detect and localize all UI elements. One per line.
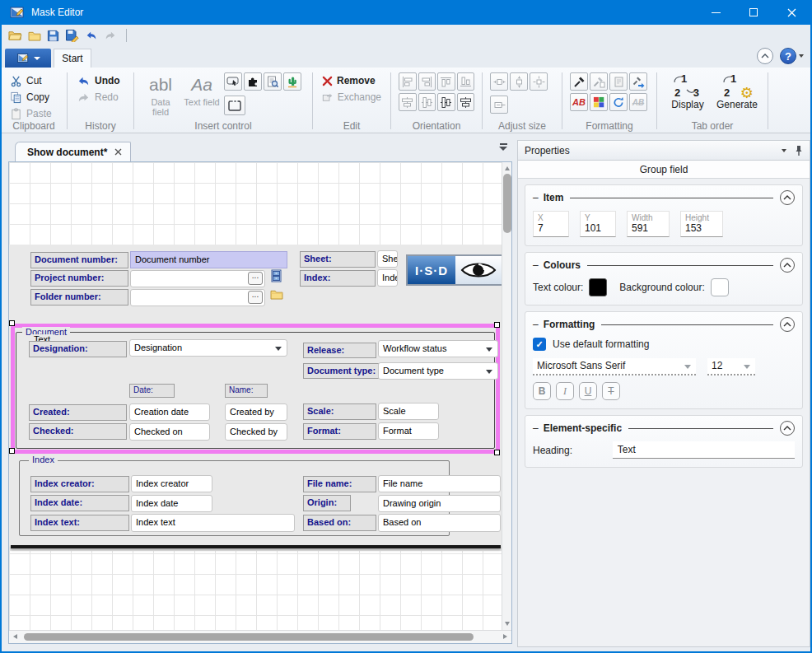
selection-handle[interactable] (494, 450, 500, 455)
index-creator-field[interactable]: Index creator (131, 475, 212, 492)
help-button[interactable]: ? (780, 48, 796, 64)
sheet-field[interactable]: Sheet (377, 250, 398, 268)
selection-handle[interactable] (494, 322, 500, 328)
refresh-formatting-button[interactable] (609, 93, 628, 111)
italic-button[interactable]: I (556, 382, 574, 400)
center-vertical-button[interactable] (418, 93, 436, 111)
font-family-select[interactable]: Microsoft Sans Serif (533, 358, 696, 375)
mask-editor-canvas[interactable]: Document number: Document number Project… (9, 162, 502, 630)
data-field-button[interactable]: abl Data field (142, 72, 180, 117)
folder-browse-button[interactable]: ... (248, 291, 263, 304)
document-type-label[interactable]: Document type: (303, 363, 379, 379)
middle-vertical-button[interactable] (437, 93, 455, 111)
apply-formatting-button[interactable] (629, 72, 647, 91)
minimize-button[interactable] (697, 0, 735, 25)
project-number-field[interactable] (130, 270, 265, 287)
checked-label[interactable]: Checked: (29, 423, 127, 440)
scroll-left-icon[interactable] (13, 634, 17, 639)
text-field-button[interactable]: Aa Text field (183, 72, 221, 117)
redo-small-icon[interactable] (104, 30, 117, 41)
format-field[interactable]: Format (378, 422, 439, 440)
center-horizontal-button[interactable] (399, 93, 417, 111)
vertical-scroll-thumb[interactable] (503, 174, 511, 233)
underline-button[interactable]: U (579, 382, 597, 400)
background-color-button[interactable] (590, 93, 608, 111)
index-field[interactable]: Index (377, 269, 398, 287)
copy-formatting-button[interactable] (590, 72, 608, 91)
designation-dropdown[interactable]: Designation (129, 339, 287, 357)
folder-number-field[interactable] (130, 289, 265, 306)
align-bottom-button[interactable] (457, 72, 475, 91)
text-colour-swatch[interactable] (589, 278, 607, 296)
tab-start[interactable]: Start (54, 49, 91, 68)
button-control-button[interactable] (224, 72, 242, 91)
collapse-ribbon-button[interactable] (757, 48, 773, 64)
designation-label[interactable]: Designation: (29, 341, 127, 357)
release-dropdown[interactable]: Workflow status (378, 340, 498, 357)
name-header-label[interactable]: Name: (225, 384, 268, 398)
background-colour-swatch[interactable] (711, 278, 729, 296)
scroll-down-icon[interactable] (505, 622, 510, 626)
heading-input[interactable]: Text (613, 441, 795, 459)
collapse-item-button[interactable] (780, 190, 795, 205)
created-label[interactable]: Created: (29, 404, 127, 421)
based-on-field[interactable]: Based on (378, 514, 501, 532)
sheet-label[interactable]: Sheet: (300, 251, 376, 268)
tab-list-menu-icon[interactable] (497, 143, 509, 153)
y-input[interactable]: Y 101 (580, 211, 616, 237)
display-tab-order-button[interactable]: 1 2 3 Display (665, 72, 711, 110)
file-menu-button[interactable] (5, 49, 51, 68)
vertical-scrollbar[interactable] (502, 162, 511, 630)
project-number-label[interactable]: Project number: (30, 270, 128, 287)
remove-button[interactable]: Remove (320, 72, 383, 89)
cut-button[interactable]: Cut (8, 72, 59, 89)
file-name-field[interactable]: File name (378, 475, 501, 492)
scale-label[interactable]: Scale: (303, 403, 376, 420)
format-painter-button[interactable] (570, 72, 588, 91)
reset-formatting-button[interactable]: AB (629, 93, 647, 111)
maximize-button[interactable] (735, 0, 772, 25)
scroll-right-icon[interactable] (503, 634, 507, 639)
selection-handle[interactable] (9, 448, 15, 454)
project-browse-button[interactable]: ... (248, 272, 263, 285)
new-folder-icon[interactable] (28, 30, 41, 41)
save-icon[interactable] (47, 30, 59, 42)
checked-by-field[interactable]: Checked by (225, 423, 287, 441)
index-creator-label[interactable]: Index creator: (30, 476, 129, 492)
bold-button[interactable]: B (533, 382, 551, 400)
paste-button[interactable]: Paste (8, 105, 59, 122)
font-size-select[interactable]: 12 (707, 358, 755, 375)
width-input[interactable]: Width 591 (627, 211, 670, 237)
font-color-button[interactable]: AB (570, 93, 588, 111)
tab-show-document[interactable]: Show document* (15, 142, 131, 161)
document-number-field[interactable]: Document number (130, 251, 287, 268)
height-input[interactable]: Height 153 (680, 211, 723, 237)
collapse-formatting-button[interactable] (780, 317, 795, 332)
redo-button[interactable]: Redo (75, 89, 126, 105)
align-right-button[interactable] (418, 72, 436, 91)
tab-close-icon[interactable] (114, 148, 122, 156)
horizontal-scroll-thumb[interactable] (24, 633, 474, 641)
isd-logo[interactable]: I·S·D (406, 254, 502, 286)
checked-on-field[interactable]: Checked on (129, 423, 210, 441)
collapse-colours-button[interactable] (780, 258, 795, 273)
origin-field[interactable]: Drawing origin (378, 495, 501, 512)
preview-control-button[interactable] (264, 72, 282, 91)
folder-icon[interactable] (270, 289, 283, 300)
project-cabinet-icon[interactable] (271, 269, 282, 282)
same-size-button[interactable] (530, 72, 548, 91)
release-label[interactable]: Release: (303, 343, 376, 358)
undo-button[interactable]: Undo (75, 72, 126, 89)
index-date-field[interactable]: Index date (131, 495, 212, 512)
file-name-label[interactable]: File name: (303, 476, 376, 492)
align-left-button[interactable] (399, 72, 417, 91)
date-header-label[interactable]: Date: (129, 384, 175, 398)
strikethrough-button[interactable]: T (602, 382, 620, 400)
exchange-button[interactable]: Exchange (320, 89, 383, 105)
index-text-label[interactable]: Index text: (30, 515, 129, 531)
shrink-width-button[interactable] (490, 96, 508, 114)
align-top-button[interactable] (437, 72, 455, 91)
creation-date-field[interactable]: Creation date (129, 403, 210, 421)
scale-field[interactable]: Scale (378, 403, 439, 420)
paste-formatting-button[interactable] (609, 72, 628, 91)
